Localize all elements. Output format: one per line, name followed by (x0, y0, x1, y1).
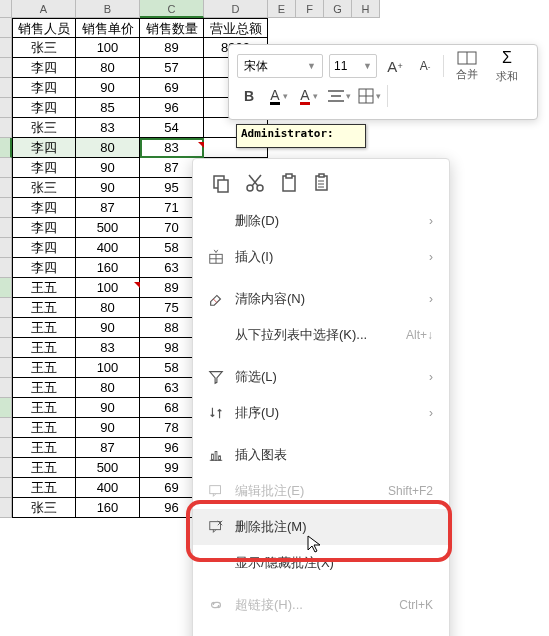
row-header[interactable] (0, 98, 12, 118)
table-cell[interactable]: 王五 (12, 458, 76, 478)
table-cell[interactable]: 87 (76, 438, 140, 458)
table-cell[interactable]: 90 (76, 318, 140, 338)
table-cell[interactable]: 90 (76, 178, 140, 198)
select-all-corner[interactable] (0, 0, 12, 18)
menu-edit-comment[interactable]: 编辑批注(E) Shift+F2 (193, 473, 449, 509)
menu-format-painter[interactable]: 格式刷 › (193, 629, 449, 636)
header-cell[interactable]: 销售单价 (76, 18, 140, 38)
table-cell[interactable]: 张三 (12, 498, 76, 518)
table-cell[interactable]: 100 (76, 278, 140, 298)
row-header[interactable] (0, 498, 12, 518)
table-cell[interactable]: 王五 (12, 438, 76, 458)
menu-filter[interactable]: 筛选(L) › (193, 359, 449, 395)
table-cell[interactable]: 85 (76, 98, 140, 118)
row-header[interactable] (0, 38, 12, 58)
table-cell[interactable]: 54 (140, 118, 204, 138)
table-cell[interactable]: 王五 (12, 318, 76, 338)
row-header[interactable] (0, 478, 12, 498)
table-cell[interactable]: 83 (76, 338, 140, 358)
col-header-F[interactable]: F (296, 0, 324, 18)
col-header-B[interactable]: B (76, 0, 140, 18)
row-header[interactable] (0, 58, 12, 78)
table-cell[interactable]: 李四 (12, 58, 76, 78)
table-cell[interactable]: 李四 (12, 78, 76, 98)
row-header[interactable] (0, 438, 12, 458)
paste-icon[interactable] (279, 173, 299, 193)
font-name-select[interactable]: 宋体 ▼ (237, 54, 323, 78)
table-cell[interactable]: 王五 (12, 378, 76, 398)
table-cell[interactable]: 李四 (12, 138, 76, 158)
table-cell[interactable]: 李四 (12, 218, 76, 238)
table-cell[interactable]: 李四 (12, 158, 76, 178)
row-header[interactable] (0, 158, 12, 178)
copy-icon[interactable] (211, 173, 231, 193)
col-header-D[interactable]: D (204, 0, 268, 18)
menu-dropdown-list[interactable]: 从下拉列表中选择(K)... Alt+↓ (193, 317, 449, 353)
table-cell[interactable]: 83 (76, 118, 140, 138)
table-cell[interactable]: 王五 (12, 298, 76, 318)
row-header[interactable] (0, 258, 12, 278)
table-cell[interactable]: 80 (76, 58, 140, 78)
table-cell[interactable]: 96 (140, 98, 204, 118)
table-cell[interactable]: 87 (76, 198, 140, 218)
row-header[interactable] (0, 378, 12, 398)
table-cell[interactable]: 80 (76, 138, 140, 158)
header-cell[interactable]: 营业总额 (204, 18, 268, 38)
row-header[interactable] (0, 238, 12, 258)
table-cell[interactable]: 李四 (12, 258, 76, 278)
table-cell[interactable]: 160 (76, 258, 140, 278)
align-button[interactable]: ▾ (327, 84, 351, 108)
row-header[interactable] (0, 298, 12, 318)
row-header[interactable] (0, 198, 12, 218)
col-header-A[interactable]: A (12, 0, 76, 18)
table-cell[interactable]: 89 (140, 38, 204, 58)
table-cell[interactable]: 王五 (12, 358, 76, 378)
table-cell[interactable]: 100 (76, 358, 140, 378)
table-cell[interactable]: 王五 (12, 418, 76, 438)
font-color-button[interactable]: A▾ (267, 84, 291, 108)
table-cell[interactable]: 400 (76, 238, 140, 258)
col-header-E[interactable]: E (268, 0, 296, 18)
table-cell[interactable]: 90 (76, 418, 140, 438)
menu-delete-comment[interactable]: 删除批注(M) (193, 509, 449, 545)
border-button[interactable]: ▾ (357, 84, 381, 108)
table-cell[interactable]: 王五 (12, 478, 76, 498)
table-cell[interactable]: 400 (76, 478, 140, 498)
table-cell[interactable]: 王五 (12, 338, 76, 358)
menu-insert-chart[interactable]: 插入图表 (193, 437, 449, 473)
table-cell[interactable]: 90 (76, 398, 140, 418)
merge-button[interactable]: 合并 (450, 51, 484, 82)
paste-special-icon[interactable] (313, 173, 333, 193)
table-cell[interactable]: 80 (76, 298, 140, 318)
col-header-H[interactable]: H (352, 0, 380, 18)
menu-insert[interactable]: 插入(I) › (193, 239, 449, 275)
row-header[interactable] (0, 458, 12, 478)
table-cell[interactable]: 500 (76, 458, 140, 478)
table-cell[interactable]: 张三 (12, 118, 76, 138)
table-cell[interactable]: 500 (76, 218, 140, 238)
menu-delete[interactable]: 删除(D) › (193, 203, 449, 239)
row-header[interactable] (0, 358, 12, 378)
table-cell[interactable]: 张三 (12, 38, 76, 58)
table-cell[interactable]: 张三 (12, 178, 76, 198)
font-size-select[interactable]: 11 ▼ (329, 54, 377, 78)
table-cell[interactable]: 80 (76, 378, 140, 398)
table-cell[interactable]: 57 (140, 58, 204, 78)
table-cell[interactable]: 李四 (12, 98, 76, 118)
row-header[interactable] (0, 318, 12, 338)
menu-clear[interactable]: 清除内容(N) › (193, 281, 449, 317)
row-header[interactable] (0, 338, 12, 358)
increase-font-button[interactable]: A+ (383, 54, 407, 78)
row-header[interactable] (0, 178, 12, 198)
menu-toggle-comment[interactable]: 显示/隐藏批注(X) (193, 545, 449, 581)
table-cell[interactable]: 160 (76, 498, 140, 518)
bold-button[interactable]: B (237, 84, 261, 108)
row-header[interactable] (0, 398, 12, 418)
header-cell[interactable]: 销售人员 (12, 18, 76, 38)
row-header[interactable] (0, 218, 12, 238)
row-header[interactable] (0, 278, 12, 298)
cut-icon[interactable] (245, 173, 265, 193)
sum-button[interactable]: Σ 求和 (490, 49, 524, 84)
table-cell[interactable]: 90 (76, 158, 140, 178)
menu-hyperlink[interactable]: 超链接(H)... Ctrl+K (193, 587, 449, 623)
